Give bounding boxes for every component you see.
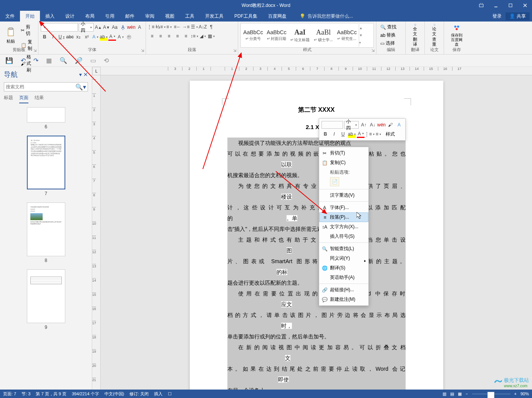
font-size-combo[interactable]: 小四: [79, 23, 94, 32]
style-gallery[interactable]: AaBbCc↵ 分类号 AaBbCc↵ 封面日期 AaI↵ 论文标题 AaBl↵…: [240, 23, 374, 48]
status-track[interactable]: 修订: 关闭: [129, 391, 149, 397]
status-lang[interactable]: 中文(中国): [104, 391, 124, 397]
underline-button[interactable]: U: [58, 33, 65, 41]
mini-styles[interactable]: 样式: [383, 131, 397, 138]
cut-button[interactable]: ✂剪切: [19, 23, 36, 38]
style-item-2[interactable]: AaBbCc↵ 封面日期: [265, 24, 288, 46]
font-name-combo[interactable]: [41, 23, 78, 32]
multilevel-button[interactable]: ≡: [165, 23, 173, 31]
mini-font-color[interactable]: A: [357, 130, 365, 138]
nav-tab-headings[interactable]: 标题: [4, 95, 13, 103]
status-insert[interactable]: 插入: [154, 391, 162, 397]
mini-font-combo[interactable]: [322, 121, 343, 129]
tab-view[interactable]: 视图: [160, 11, 180, 22]
nav-search-input[interactable]: [6, 84, 75, 90]
mini-text-effects-icon[interactable]: A: [395, 121, 403, 129]
tab-references[interactable]: 引用: [100, 11, 120, 22]
view-read-icon[interactable]: ▥: [443, 391, 446, 396]
save-baidu-button[interactable]: 保存到 百度网盘: [446, 23, 467, 48]
qat-icon-2[interactable]: 🔍: [60, 57, 67, 64]
line-spacing-button[interactable]: ↕≡: [191, 32, 198, 40]
phonetic-guide-icon[interactable]: A̬: [119, 23, 126, 31]
increase-font-icon[interactable]: A▲: [94, 23, 102, 31]
ctx-smart-lookup[interactable]: 🔍智能查找(L): [319, 244, 368, 254]
decrease-indent-button[interactable]: ≡←: [174, 23, 181, 31]
qat-icon-3[interactable]: 🔎: [75, 57, 83, 64]
nav-search[interactable]: 🔍▾: [4, 82, 88, 91]
bold-button[interactable]: B: [41, 33, 48, 41]
decrease-font-icon[interactable]: A▼: [103, 23, 110, 31]
justify-button[interactable]: ≡: [174, 32, 181, 40]
char-border-icon[interactable]: A: [136, 23, 143, 31]
view-print-icon[interactable]: ▤: [450, 391, 454, 396]
mini-italic[interactable]: I: [330, 130, 338, 138]
align-right-button[interactable]: ≡: [165, 32, 173, 40]
borders-button[interactable]: ▦: [207, 32, 215, 40]
mini-highlight[interactable]: ab: [348, 130, 356, 138]
subscript-button[interactable]: x₂: [75, 33, 82, 41]
nav-tab-pages[interactable]: 页面: [19, 95, 28, 103]
enclosed-char-button[interactable]: ㊥: [125, 33, 133, 41]
ctx-insert-symbol[interactable]: 插入符号(S): [319, 232, 368, 241]
zoom-in-icon[interactable]: +: [514, 391, 517, 396]
zoom-out-icon[interactable]: −: [466, 391, 468, 396]
tab-pdf[interactable]: PDF工具集: [229, 11, 263, 22]
status-section[interactable]: 节: 3: [22, 391, 30, 397]
ruler-horizontal[interactable]: 3211234567891011121314151617: [101, 67, 532, 75]
align-center-button[interactable]: ≡: [157, 32, 164, 40]
replace-button[interactable]: ab替换: [379, 31, 403, 39]
status-page[interactable]: 页面: 7: [3, 391, 16, 397]
page-thumb-7[interactable]: 第二节 XXXX2.1 XXX视频提供了功能强大的方法帮助您证明您的观点当您单击…: [27, 136, 65, 189]
fulltext-translate-button[interactable]: 译 全文 翻译: [408, 23, 422, 48]
font-launcher-icon[interactable]: ⇲: [141, 48, 144, 53]
numbering-button[interactable]: ⅓≡: [157, 23, 164, 31]
mini-bullets[interactable]: ⋮≡: [366, 130, 373, 138]
mini-numbering[interactable]: ≡: [375, 130, 382, 138]
clipboard-launcher-icon[interactable]: ⇲: [33, 48, 36, 53]
ruler-corner[interactable]: L: [92, 67, 101, 75]
login-link[interactable]: 登录: [492, 13, 502, 20]
ctx-new-comment[interactable]: 💬新建批注(M): [319, 295, 368, 304]
zoom-slider[interactable]: [472, 393, 510, 395]
save-icon[interactable]: 💾: [5, 57, 13, 64]
tab-insert[interactable]: 插入: [40, 11, 60, 22]
distributed-button[interactable]: ≡: [182, 32, 190, 40]
tab-review[interactable]: 审阅: [140, 11, 160, 22]
tab-file[interactable]: 文件: [0, 11, 20, 22]
style-item-5[interactable]: AaBbCc↵ 研究生...: [335, 24, 358, 46]
mini-size-combo[interactable]: 小四: [344, 121, 359, 129]
italic-button[interactable]: I: [49, 33, 57, 41]
ctx-paragraph[interactable]: ≡段落(P)...: [319, 212, 368, 222]
tell-me-input[interactable]: 💡 告诉我您想要做什么...: [300, 13, 353, 20]
font-color-button[interactable]: A: [108, 33, 116, 41]
ctx-hyperlink[interactable]: 🔗超链接(H)...: [319, 285, 368, 295]
paste-option-keep-source[interactable]: 📄: [330, 177, 339, 186]
text-effects-button[interactable]: A: [91, 33, 99, 41]
style-item-4[interactable]: AaBl↵ 硕士学...: [312, 24, 335, 46]
style-item-3[interactable]: AaI↵ 论文标题: [288, 24, 312, 46]
mini-increase-font-icon[interactable]: A↑: [360, 121, 368, 129]
tab-baidu[interactable]: 百度网盘: [263, 11, 292, 22]
tab-developer[interactable]: 开发工具: [200, 11, 229, 22]
highlight-button[interactable]: ab: [100, 33, 108, 41]
ctx-hanzi[interactable]: 汉字重选(V): [319, 191, 368, 200]
nav-tab-results[interactable]: 结果: [35, 95, 44, 103]
ctx-cut[interactable]: ✂剪切(T): [319, 148, 368, 158]
status-words[interactable]: 394/2214 个字: [72, 391, 99, 397]
tab-tools[interactable]: 工具: [180, 11, 200, 22]
paper-check-button[interactable]: 论文 查重: [427, 23, 441, 48]
mini-bold[interactable]: B: [322, 130, 329, 138]
page-thumb-8[interactable]: 为使您的文档具有专业外观━━━━━━━━━━━━使用在需要位置出现的新按钮在Wo…: [27, 202, 65, 256]
maximize-icon[interactable]: [504, 0, 517, 11]
increase-indent-button[interactable]: →≡: [182, 23, 190, 31]
qat-icon-5[interactable]: ⟲: [104, 57, 109, 64]
ribbon-display-icon[interactable]: [474, 0, 488, 11]
format-painter-button[interactable]: 🖌格式刷: [19, 53, 36, 74]
paste-button[interactable]: 粘贴: [2, 23, 19, 48]
strikethrough-button[interactable]: abc: [66, 33, 74, 41]
view-web-icon[interactable]: ▦: [458, 391, 462, 396]
bullets-button[interactable]: ⋮≡: [148, 23, 156, 31]
ctx-translate[interactable]: 🌐翻译(S): [319, 263, 368, 273]
style-gallery-more[interactable]: ▲▼▾: [359, 24, 364, 46]
change-case-icon[interactable]: Aa: [111, 23, 118, 31]
